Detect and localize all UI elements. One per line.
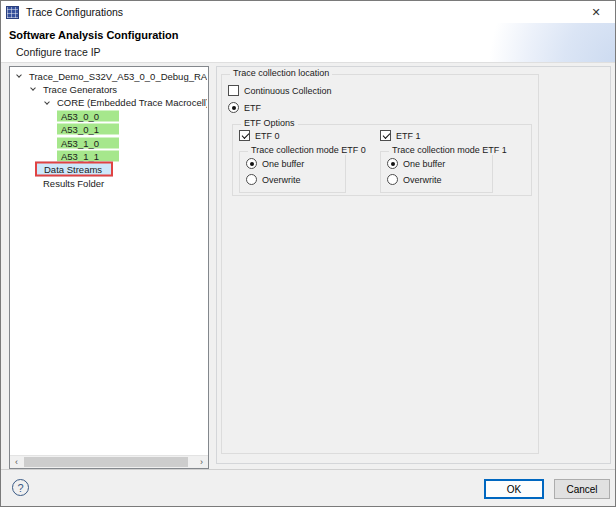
tree-item-a53-0-0[interactable]: A53_0_0 xyxy=(10,109,207,122)
page-subtitle: Configure trace IP xyxy=(16,46,101,58)
tree-item-label: A53_1_0 xyxy=(57,137,119,148)
button-bar: ? OK Cancel xyxy=(1,469,615,506)
chevron-expanded-icon[interactable] xyxy=(16,72,22,78)
trace-collection-mode-etf1-group: Trace collection mode ETF 1 One buffer O… xyxy=(380,151,493,193)
tree-item-label: Trace_Demo_S32V_A53_0_0_Debug_RAM_S32Deb… xyxy=(29,70,207,81)
tree-item-label: A53_0_0 xyxy=(57,110,119,121)
overwrite-label: Overwrite xyxy=(262,175,301,185)
close-icon[interactable]: ✕ xyxy=(582,1,610,23)
ok-button[interactable]: OK xyxy=(484,479,544,499)
tree-item-label: Results Folder xyxy=(43,177,104,188)
tree-item-results-folder[interactable]: Results Folder xyxy=(10,176,207,189)
tree-item-a53-1-1[interactable]: A53_1_1 xyxy=(10,149,207,162)
etf0-overwrite-radio[interactable]: Overwrite xyxy=(246,174,301,185)
group-title: Trace collection mode ETF 1 xyxy=(389,145,510,155)
radio-selected-icon[interactable] xyxy=(387,158,398,169)
chevron-expanded-icon[interactable] xyxy=(44,99,50,105)
tree-item-data-streams[interactable]: Data Streams xyxy=(10,163,207,176)
tree-item-label: A53_1_1 xyxy=(57,151,119,162)
etf0-label: ETF 0 xyxy=(255,131,280,141)
continuous-collection-checkbox[interactable]: Continuous Collection xyxy=(228,85,332,96)
radio-selected-icon[interactable] xyxy=(246,158,257,169)
tree-horizontal-scrollbar[interactable]: ‹ › xyxy=(10,455,208,468)
tree-item-a53-1-0[interactable]: A53_1_0 xyxy=(10,136,207,149)
etf1-label: ETF 1 xyxy=(396,131,421,141)
etf0-one-buffer-radio[interactable]: One buffer xyxy=(246,158,304,169)
configuration-tree-panel: Trace_Demo_S32V_A53_0_0_Debug_RAM_S32Deb… xyxy=(9,66,209,469)
tree-item-trace-demo-s32v-a53-0-0-debug-ram-s32debug-x[interactable]: Trace_Demo_S32V_A53_0_0_Debug_RAM_S32Deb… xyxy=(10,69,207,82)
scroll-right-icon[interactable]: › xyxy=(195,456,208,468)
group-title: Trace collection location xyxy=(230,68,332,78)
checkbox-checked-icon[interactable] xyxy=(239,130,250,141)
overwrite-label: Overwrite xyxy=(403,175,442,185)
etf-radio[interactable]: ETF xyxy=(228,102,261,113)
scrollbar-thumb[interactable] xyxy=(24,457,188,467)
tree-item-label: A53_0_1 xyxy=(57,124,119,135)
tree-item-trace-generators[interactable]: Trace Generators xyxy=(10,82,207,95)
header-banner: Software Analysis Configuration Configur… xyxy=(1,23,615,63)
etf1-overwrite-radio[interactable]: Overwrite xyxy=(387,174,442,185)
checkbox-checked-icon[interactable] xyxy=(380,130,391,141)
etf1-checkbox[interactable]: ETF 1 xyxy=(380,130,421,141)
page-title: Software Analysis Configuration xyxy=(9,29,179,41)
one-buffer-label: One buffer xyxy=(262,159,304,169)
one-buffer-label: One buffer xyxy=(403,159,445,169)
tree-item-label: Trace Generators xyxy=(43,84,117,95)
tree-item-label: Data Streams xyxy=(35,162,113,177)
title-bar: Trace Configurations ✕ xyxy=(1,1,615,23)
cancel-button[interactable]: Cancel xyxy=(554,479,610,499)
scroll-left-icon[interactable]: ‹ xyxy=(10,456,23,468)
window-title: Trace Configurations xyxy=(26,6,123,18)
radio-selected-icon[interactable] xyxy=(228,102,239,113)
configuration-tree: Trace_Demo_S32V_A53_0_0_Debug_RAM_S32Deb… xyxy=(10,68,207,455)
etf-radio-label: ETF xyxy=(244,103,261,113)
tree-item-a53-0-1[interactable]: A53_0_1 xyxy=(10,123,207,136)
checkbox-unchecked-icon[interactable] xyxy=(228,85,239,96)
etf-options-group: ETF Options ETF 0 ETF 1 Trace collection… xyxy=(232,124,532,196)
etf1-one-buffer-radio[interactable]: One buffer xyxy=(387,158,445,169)
group-title: Trace collection mode ETF 0 xyxy=(248,145,369,155)
help-icon[interactable]: ? xyxy=(12,479,29,496)
tree-item-label: CORE (Embedded Trace Macrocell) xyxy=(57,97,207,108)
radio-unselected-icon[interactable] xyxy=(246,174,257,185)
banner-gradient-decoration xyxy=(465,23,615,63)
trace-configurations-dialog: Trace Configurations ✕ Software Analysis… xyxy=(0,0,616,507)
continuous-collection-label: Continuous Collection xyxy=(244,86,332,96)
etf0-checkbox[interactable]: ETF 0 xyxy=(239,130,280,141)
group-title: ETF Options xyxy=(241,118,298,128)
trace-collection-location-group: Trace collection location Continuous Col… xyxy=(221,74,539,454)
app-icon xyxy=(6,6,19,19)
main-area: Trace_Demo_S32V_A53_0_0_Debug_RAM_S32Deb… xyxy=(1,63,615,471)
trace-config-panel: Trace collection location Continuous Col… xyxy=(216,66,611,464)
tree-item-core-embedded-trace-macrocell[interactable]: CORE (Embedded Trace Macrocell) xyxy=(10,96,207,109)
trace-collection-mode-etf0-group: Trace collection mode ETF 0 One buffer O… xyxy=(239,151,346,193)
radio-unselected-icon[interactable] xyxy=(387,174,398,185)
chevron-expanded-icon[interactable] xyxy=(30,86,36,92)
